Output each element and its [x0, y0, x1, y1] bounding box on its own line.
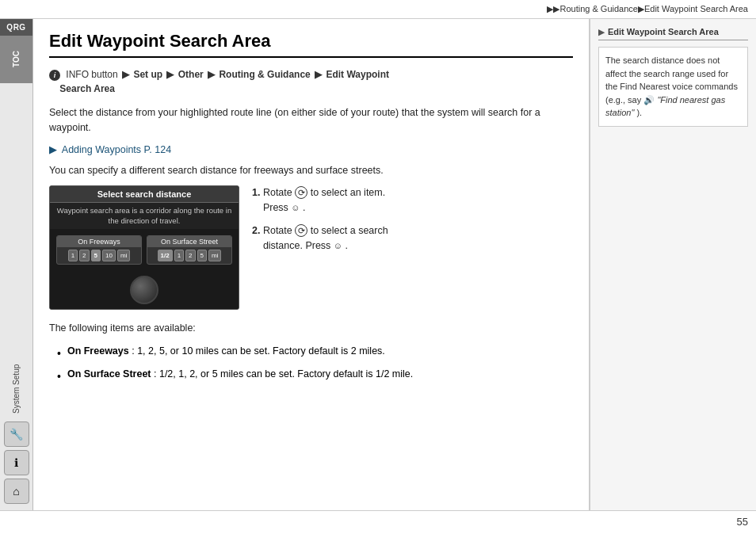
opt-1mi[interactable]: 1 — [68, 250, 78, 261]
bullet-dot-1: • — [57, 345, 61, 362]
bullet-item-freeways: • On Freeways : 1, 2, 5, or 10 miles can… — [57, 344, 573, 362]
breadcrumb-routing: Routing & Guidance — [219, 69, 313, 80]
step-1-text: Rotate — [263, 187, 295, 198]
image-steps-row: Select search distance Waypoint search a… — [49, 185, 573, 310]
opt-5mi-ss[interactable]: 5 — [197, 250, 207, 261]
home-icon[interactable]: ⌂ — [4, 479, 29, 504]
rotate-icon-2: ⟳ — [295, 224, 307, 237]
surface-street-label: On Surface Street — [147, 236, 231, 247]
wrench-icon[interactable]: 🔧 — [4, 421, 29, 447]
adding-waypoints-link[interactable]: Adding Waypoints P. 124 — [62, 144, 171, 155]
breadcrumb-setup: Set up — [133, 69, 165, 80]
left-sidebar: QRG TOC System Setup 🔧 ℹ ⌂ — [0, 19, 33, 510]
sidebar-item-toc[interactable]: TOC — [0, 36, 32, 83]
bottom-bar: 55 — [0, 510, 756, 534]
right-sidebar: ▶ Edit Waypoint Search Area The search d… — [590, 19, 756, 510]
bullet-list: • On Freeways : 1, 2, 5, or 10 miles can… — [57, 344, 573, 385]
right-sidebar-box-end: ). — [636, 108, 642, 117]
right-sidebar-info-box: The search distance does not affect the … — [598, 47, 748, 127]
press-icon-1: ☺ — [291, 201, 300, 215]
step-2-text: Rotate — [263, 225, 295, 236]
rotate-icon-1: ⟳ — [295, 186, 307, 199]
opt-half-active[interactable]: 1/2 — [158, 250, 173, 261]
opt-2mi-ss[interactable]: 2 — [185, 250, 195, 261]
bullet-text-surface: On Surface Street : 1/2, 1, 2, or 5 mile… — [67, 367, 413, 382]
info-icon[interactable]: ℹ — [4, 450, 29, 475]
opt-mi-unit: mi — [117, 250, 130, 261]
freeways-btn-group: On Freeways 1 2 5 10 mi — [56, 235, 142, 265]
bullet-text-freeways: On Freeways : 1, 2, 5, or 10 miles can b… — [67, 344, 385, 359]
opt-mi-unit-ss: mi — [208, 250, 221, 261]
bullet-item-surface: • On Surface Street : 1/2, 1, 2, or 5 mi… — [57, 367, 573, 385]
top-breadcrumb-bar: ▶▶Routing & Guidance▶Edit Waypoint Searc… — [0, 0, 756, 19]
screen-subtitle: Waypoint search area is a corridor along… — [50, 203, 239, 229]
page-title: Edit Waypoint Search Area — [49, 31, 573, 58]
opt-10mi[interactable]: 10 — [102, 250, 116, 261]
sidebar-item-qrg[interactable]: QRG — [0, 19, 32, 36]
screen-image: Select search distance Waypoint search a… — [49, 185, 239, 310]
press-icon-2: ☺ — [334, 239, 342, 253]
breadcrumb-other: Other — [178, 69, 206, 80]
steps-list: 1. Rotate ⟳ to select an item. Press ☺ .… — [252, 185, 573, 261]
main-content: Edit Waypoint Search Area i INFO button … — [33, 19, 590, 510]
surface-street-btn-group: On Surface Street 1/2 1 2 5 mi — [147, 235, 232, 265]
freeways-options: 1 2 5 10 mi — [57, 247, 141, 264]
breadcrumb-info-button: INFO button — [66, 69, 120, 80]
following-items-label: The following items are available: — [49, 321, 573, 336]
separator-text: You can specify a different search dista… — [49, 163, 573, 178]
body-paragraph1: Select the distance from your highlighte… — [49, 105, 573, 135]
link-arrow-icon: ▶ — [49, 144, 57, 155]
bullet-dot-2: • — [57, 368, 61, 385]
screen-title: Select search distance — [50, 186, 239, 203]
info-button-icon: i — [49, 70, 60, 81]
screen-buttons-row: On Freeways 1 2 5 10 mi On Surface Stree… — [50, 229, 239, 271]
surface-desc: : 1/2, 1, 2, or 5 miles can be set. Fact… — [154, 368, 413, 380]
step-2: 2. Rotate ⟳ to select a search distance.… — [252, 223, 573, 254]
opt-1mi-ss[interactable]: 1 — [174, 250, 184, 261]
right-sidebar-title: ▶ Edit Waypoint Search Area — [598, 27, 748, 40]
right-sidebar-title-text: Edit Waypoint Search Area — [608, 27, 719, 36]
step-1-num: 1. — [252, 187, 260, 198]
surface-street-options: 1/2 1 2 5 mi — [147, 247, 231, 264]
surface-bold-label: On Surface Street — [67, 368, 151, 380]
freeways-desc: : 1, 2, 5, or 10 miles can be set. Facto… — [132, 345, 385, 357]
sidebar-system-setup-label: System Setup — [12, 83, 21, 421]
breadcrumb-nav: i INFO button ▶ Set up ▶ Other ▶ Routing… — [49, 67, 573, 96]
freeways-bold-label: On Freeways — [67, 345, 129, 357]
sidebar-bottom-icons: 🔧 ℹ ⌂ — [4, 421, 29, 510]
opt-5mi-active[interactable]: 5 — [91, 250, 101, 261]
step-2-num: 2. — [252, 225, 260, 236]
screen-knob[interactable] — [130, 276, 158, 304]
step-1: 1. Rotate ⟳ to select an item. Press ☺ . — [252, 185, 573, 216]
adding-waypoints-row: ▶ Adding Waypoints P. 124 — [49, 143, 573, 155]
screen-knob-area — [50, 271, 239, 309]
breadcrumb: ▶▶Routing & Guidance▶Edit Waypoint Searc… — [547, 4, 748, 14]
right-sidebar-arrow-icon: ▶ — [598, 28, 605, 36]
speaker-icon: 🔊 — [643, 95, 657, 105]
opt-2mi[interactable]: 2 — [79, 250, 89, 261]
page-number: 55 — [737, 516, 748, 528]
freeways-label: On Freeways — [57, 236, 141, 247]
